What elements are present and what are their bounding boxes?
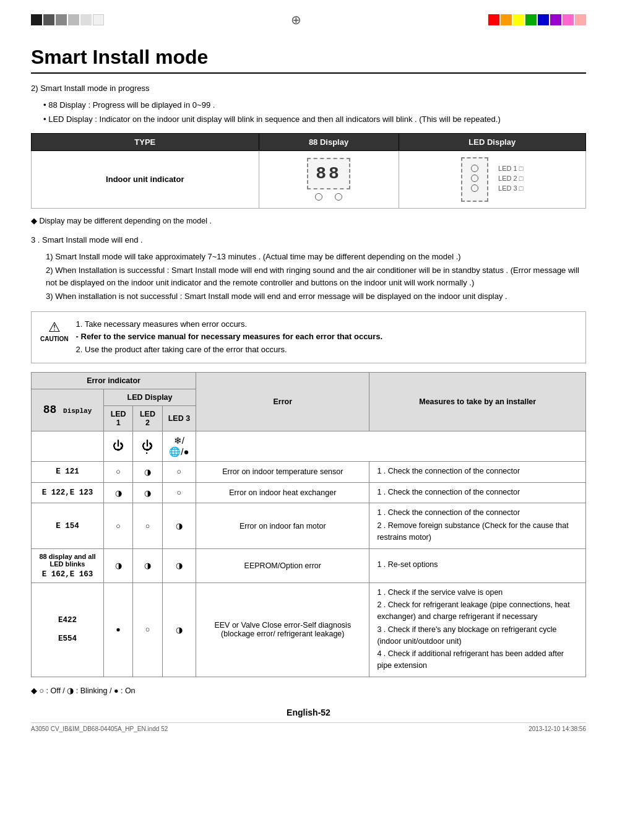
color-swatch (550, 14, 561, 25)
led2-e122: ◑ (133, 482, 162, 503)
bullet-88display: 88 Display : Progress will be diplayed i… (43, 99, 586, 111)
led-circle-1 (471, 165, 478, 172)
col-88display: 88 Display (259, 133, 399, 150)
color-swatch (43, 14, 54, 25)
circle-2 (335, 193, 342, 201)
measure-item: 1 . Check the connection of the connecto… (377, 465, 580, 477)
color-swatch (563, 14, 574, 25)
measures-e121: 1 . Check the connection of the connecto… (369, 461, 586, 482)
color-swatch (93, 14, 104, 25)
led1-e162: ◑ (103, 548, 132, 582)
measure-item: 4 . Check if additional refrigerant has … (377, 648, 580, 672)
print-marks: ⊕ (31, 12, 586, 27)
section3-item1: 1) Smart Install mode will take approxim… (46, 251, 586, 263)
table-row: E 122,E 123 ◑ ◑ ○ Error on indoor heat e… (32, 482, 586, 503)
led-display-cell: LED 1 □ LED 2 □ LED 3 □ (399, 150, 585, 208)
measure-item: 1 . Check if the service valve is open (377, 587, 580, 599)
error-indicator-header: Error indicator (32, 372, 196, 389)
error-code-e422-e554: E422 E554 (32, 582, 104, 677)
led1-header: LED 1 (103, 405, 132, 431)
measures-e162: 1 . Re-set options (369, 548, 586, 582)
led-circle-3 (471, 184, 478, 192)
led-row-2 (471, 175, 478, 182)
color-swatch (68, 14, 79, 25)
error-code-e162: 88 display and all LED blinks E 162,E 16… (32, 548, 104, 582)
measure-item: 3 . Check if there's any blockage on ref… (377, 624, 580, 647)
led3-e154: ◑ (162, 503, 196, 548)
bottom-bar: A3050 CV_IB&IM_DB68-04405A_HP_EN.indd 52… (31, 722, 586, 732)
led-row-1 (471, 165, 478, 172)
measures-e122: 1 . Check the connection of the connecto… (369, 482, 586, 503)
footer-legend: ◆ ○ : Off / ◑ : Blinking / ● : On (31, 686, 586, 695)
led2-header: LED 2 (133, 405, 162, 431)
measure-item: 1 . Re-set options (377, 559, 580, 571)
color-swatch (575, 14, 586, 25)
section3-item3: 3) When installation is not successful :… (46, 290, 586, 303)
color-swatch (513, 14, 524, 25)
measures-header: Measures to take by an installer (369, 372, 586, 431)
table-row: E422 E554 ● ○ ◑ EEV or Valve Close error… (32, 582, 586, 677)
led3-e122: ○ (162, 482, 196, 503)
section3-item2: 2) When Installation is successful : Sma… (46, 264, 586, 288)
led-labels-container: LED 1 □ LED 2 □ LED 3 □ (498, 165, 523, 194)
caution-content: 1. Take necessary measures when error oc… (76, 318, 383, 357)
measure-item: 2 . Check for refrigerant leakage (pipe … (377, 599, 580, 623)
color-bar-right (488, 14, 586, 25)
led3-e162: ◑ (162, 548, 196, 582)
measure-item: 2 . Remove foreign substance (Check for … (377, 520, 580, 543)
color-swatch (525, 14, 537, 25)
led2-e154: ○ (133, 503, 162, 548)
color-swatch (538, 14, 549, 25)
caution-label: CAUTION (40, 336, 69, 342)
color-bar-left (31, 14, 104, 25)
col-type: TYPE (32, 133, 259, 150)
led3-e121: ○ (162, 461, 196, 482)
table-row: E 154 ○ ○ ◑ Error on indoor fan motor 1 … (32, 503, 586, 548)
led3-icon: ❄/🌐/● (162, 431, 196, 461)
caution-line2: - Refer to the service manual for necess… (76, 331, 383, 344)
section3: 3 . Smart Install mode will end . 1) Sma… (31, 234, 586, 303)
caution-line1: 1. Take necessary measures when error oc… (76, 318, 383, 331)
measures-e422: 1 . Check if the service valve is open 2… (369, 582, 586, 677)
led2-e121: ◑ (133, 461, 162, 482)
led-display-header: LED Display (103, 389, 196, 405)
measure-item: 1 . Check the connection of the connecto… (377, 487, 580, 498)
88-display-cell: 88 (259, 150, 399, 208)
led2-e162: ◑ (133, 548, 162, 582)
led-label-1: LED 1 □ (498, 165, 523, 172)
registration-mark: ⊕ (291, 12, 301, 27)
page-title: Smart Install mode (31, 46, 586, 74)
led-circle-2 (471, 175, 478, 182)
error-e422: EEV or Valve Close error-Self diagnosis … (196, 582, 369, 677)
caution-triangle-icon: ⚠ (48, 319, 61, 336)
table-row: 88 display and all LED blinks E 162,E 16… (32, 548, 586, 582)
error-code-e122: E 122,E 123 (32, 482, 104, 503)
display-circles (315, 193, 342, 201)
led2-icon: ⏻̣ (133, 431, 162, 461)
88display-header: 88 Display (32, 389, 104, 431)
intro-bullets: 88 Display : Progress will be diplayed i… (31, 99, 586, 126)
color-swatch (56, 14, 67, 25)
error-e162: EEPROM/Option error (196, 548, 369, 582)
bullet-led-display: LED Display : Indicator on the indoor un… (43, 113, 586, 126)
measures-e154: 1 . Check the connection of the connecto… (369, 503, 586, 548)
indoor-unit-label: Indoor unit indicator (32, 150, 259, 208)
led1-e122: ◑ (103, 482, 132, 503)
intro-item2: 2) Smart Install mode in progress (31, 82, 586, 95)
led2-e422: ○ (133, 582, 162, 677)
caution-line3: 2. Use the product after taking care of … (76, 344, 383, 357)
color-swatch (31, 14, 42, 25)
88-display-visual: 88 (307, 158, 350, 189)
led1-icon: ⏻ (103, 431, 132, 461)
led3-e422: ◑ (162, 582, 196, 677)
caution-icon-wrap: ⚠ CAUTION (40, 318, 69, 342)
error-code-e154: E 154 (32, 503, 104, 548)
led-row-3 (471, 184, 478, 192)
page-number: English-52 (31, 708, 586, 717)
circle-1 (315, 193, 322, 201)
section3-label: 3 . Smart Install mode will end . (31, 234, 586, 247)
led-label-3: LED 3 □ (498, 184, 523, 192)
error-indicator-table: Error indicator Error Measures to take b… (31, 372, 586, 677)
error-e121: Error on indoor temperature sensor (196, 461, 369, 482)
bottom-bar-left: A3050 CV_IB&IM_DB68-04405A_HP_EN.indd 52 (31, 725, 168, 732)
